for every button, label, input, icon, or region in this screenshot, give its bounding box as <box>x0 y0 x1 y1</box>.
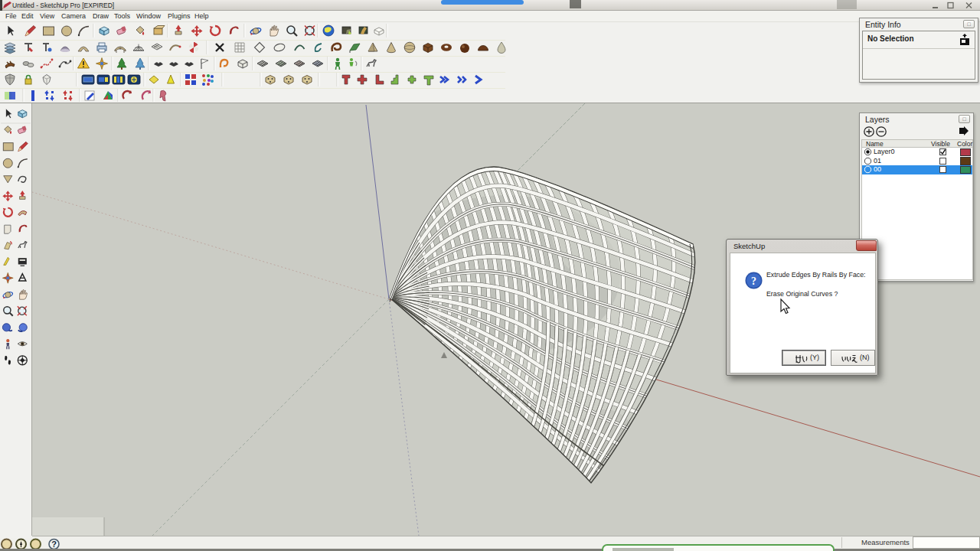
svg-text:?: ? <box>751 276 756 287</box>
svg-text:?: ? <box>51 540 57 549</box>
